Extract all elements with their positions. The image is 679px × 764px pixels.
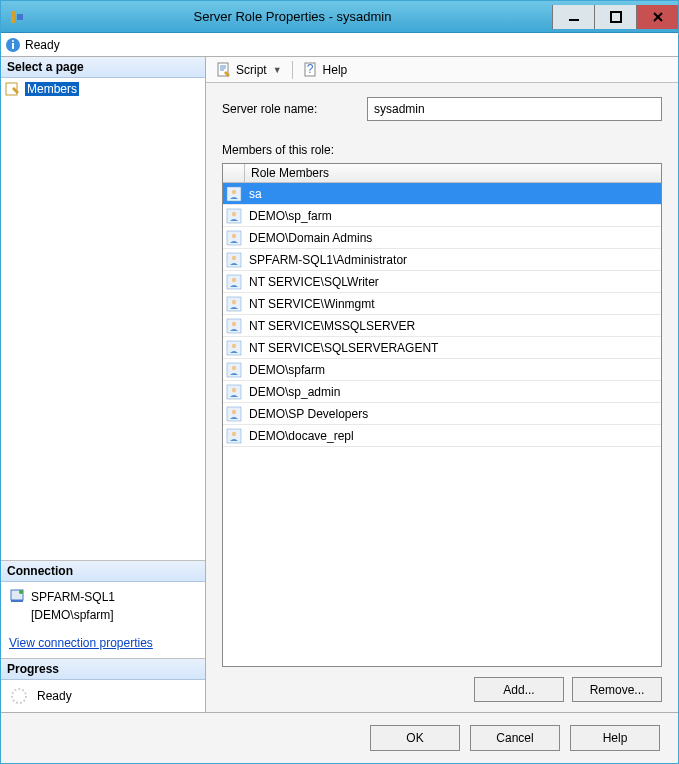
progress-text: Ready — [37, 689, 72, 703]
user-icon — [223, 318, 245, 334]
list-item[interactable]: NT SERVICE\SQLWriter — [223, 271, 661, 293]
user-icon — [223, 340, 245, 356]
help-icon: ? — [303, 62, 319, 78]
member-name: NT SERVICE\MSSQLSERVER — [245, 319, 661, 333]
help-button[interactable]: ? Help — [299, 61, 352, 79]
cancel-button[interactable]: Cancel — [470, 725, 560, 751]
svg-rect-13 — [11, 600, 23, 602]
remove-button[interactable]: Remove... — [572, 677, 662, 702]
role-name-input[interactable] — [367, 97, 662, 121]
page-list: Members — [1, 78, 205, 560]
svg-point-10 — [12, 40, 14, 42]
icon-column-header — [223, 164, 245, 182]
list-header: Role Members — [223, 164, 661, 183]
svg-point-15 — [12, 689, 26, 703]
script-button[interactable]: Script ▼ — [212, 61, 286, 79]
select-page-header: Select a page — [1, 57, 205, 78]
list-item[interactable]: NT SERVICE\Winmgmt — [223, 293, 661, 315]
members-list[interactable]: Role Members saDEMO\sp_farmDEMO\Domain A… — [222, 163, 662, 667]
status-text: Ready — [25, 38, 60, 52]
list-item[interactable]: DEMO\Domain Admins — [223, 227, 661, 249]
page-item-label: Members — [25, 82, 79, 96]
list-item[interactable]: DEMO\docave_repl — [223, 425, 661, 447]
app-icon — [9, 9, 25, 25]
server-icon — [9, 588, 25, 604]
ok-button[interactable]: OK — [370, 725, 460, 751]
toolbar: Script ▼ ? Help — [206, 57, 678, 83]
list-item[interactable]: DEMO\SP Developers — [223, 403, 661, 425]
info-icon — [5, 37, 21, 53]
svg-rect-9 — [12, 43, 14, 49]
member-name: DEMO\spfarm — [245, 363, 661, 377]
user-icon — [223, 362, 245, 378]
window-title: Server Role Properties - sysadmin — [33, 9, 552, 24]
user-icon — [223, 384, 245, 400]
left-panel: Select a page Members Connection SPFARM-… — [1, 57, 206, 712]
user-icon — [223, 208, 245, 224]
svg-rect-5 — [611, 12, 621, 22]
role-name-label: Server role name: — [222, 102, 357, 116]
member-name: DEMO\sp_admin — [245, 385, 661, 399]
member-name: sa — [245, 187, 661, 201]
member-name: NT SERVICE\Winmgmt — [245, 297, 661, 311]
help-label: Help — [323, 63, 348, 77]
dropdown-icon: ▼ — [273, 65, 282, 75]
right-panel: Script ▼ ? Help Server role name: Member… — [206, 57, 678, 712]
member-name: NT SERVICE\SQLSERVERAGENT — [245, 341, 661, 355]
member-name: DEMO\docave_repl — [245, 429, 661, 443]
members-label: Members of this role: — [222, 143, 662, 157]
member-name: NT SERVICE\SQLWriter — [245, 275, 661, 289]
script-label: Script — [236, 63, 267, 77]
connection-header: Connection — [1, 561, 205, 582]
minimize-button[interactable] — [552, 5, 594, 29]
user-icon — [223, 428, 245, 444]
bottom-bar: OK Cancel Help — [1, 713, 678, 763]
list-item[interactable]: SPFARM-SQL1\Administrator — [223, 249, 661, 271]
progress-header: Progress — [1, 659, 205, 680]
user-icon — [223, 274, 245, 290]
member-name: SPFARM-SQL1\Administrator — [245, 253, 661, 267]
page-icon — [5, 81, 21, 97]
maximize-button[interactable] — [594, 5, 636, 29]
toolbar-separator — [292, 61, 293, 79]
title-bar: Server Role Properties - sysadmin — [1, 1, 678, 33]
page-item-members[interactable]: Members — [3, 80, 203, 98]
close-button[interactable] — [636, 5, 678, 29]
list-item[interactable]: NT SERVICE\SQLSERVERAGENT — [223, 337, 661, 359]
user-icon — [223, 186, 245, 202]
svg-rect-2 — [11, 11, 15, 23]
help-dialog-button[interactable]: Help — [570, 725, 660, 751]
member-name: DEMO\SP Developers — [245, 407, 661, 421]
user-icon — [223, 252, 245, 268]
list-item[interactable]: DEMO\spfarm — [223, 359, 661, 381]
member-name: DEMO\sp_farm — [245, 209, 661, 223]
user-icon — [223, 296, 245, 312]
list-item[interactable]: NT SERVICE\MSSQLSERVER — [223, 315, 661, 337]
view-connection-link[interactable]: View connection properties — [1, 630, 205, 652]
svg-point-14 — [19, 590, 23, 594]
add-button[interactable]: Add... — [474, 677, 564, 702]
connection-server: SPFARM-SQL1 — [31, 588, 115, 606]
progress-spinner-icon — [9, 686, 29, 706]
role-members-column-header[interactable]: Role Members — [245, 164, 661, 182]
member-name: DEMO\Domain Admins — [245, 231, 661, 245]
user-icon — [223, 406, 245, 422]
script-icon — [216, 62, 232, 78]
svg-text:?: ? — [306, 62, 313, 76]
status-bar: Ready — [1, 33, 678, 57]
svg-rect-3 — [17, 14, 23, 20]
connection-user: [DEMO\spfarm] — [31, 606, 115, 624]
user-icon — [223, 230, 245, 246]
list-item[interactable]: DEMO\sp_farm — [223, 205, 661, 227]
list-item[interactable]: DEMO\sp_admin — [223, 381, 661, 403]
list-item[interactable]: sa — [223, 183, 661, 205]
